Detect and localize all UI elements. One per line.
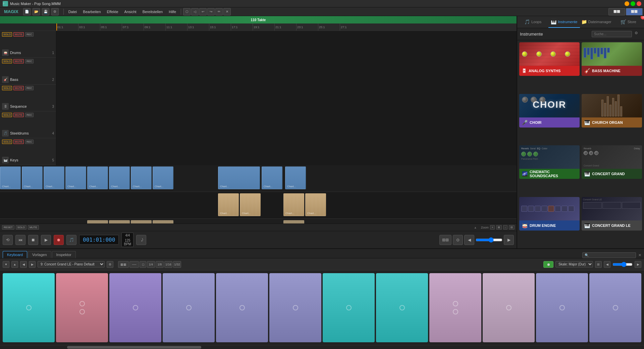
piano-grid-toggle[interactable]: ⊞	[595, 261, 602, 268]
keys-rec-button[interactable]: REC	[25, 140, 34, 144]
drums-clip-7[interactable]: Chart...	[131, 166, 152, 189]
instrument-card-choir[interactable]: CHOIR 🎤 CHOIR	[519, 94, 580, 128]
pad-quantize[interactable]: ◻	[140, 261, 146, 268]
menu-datei[interactable]: Datei	[66, 9, 80, 14]
seq-clip-2[interactable]: Chart ...	[109, 220, 130, 223]
play-button[interactable]: ▶	[41, 235, 51, 245]
toolbar-undo[interactable]: ↩	[199, 8, 207, 15]
instrument-card-church-organ[interactable]: 🎹 CHURCH ORGAN	[582, 94, 642, 128]
toolbar-view2[interactable]: ⬜⬜	[626, 8, 643, 15]
pad-12[interactable]	[589, 273, 641, 342]
steel-mute-button[interactable]: MUTE	[13, 113, 24, 117]
pad-4[interactable]	[163, 273, 215, 342]
toolbar-pencil[interactable]: ✏	[215, 8, 223, 15]
zoom-out-button[interactable]: ⊟	[509, 225, 515, 230]
tab-inspektor[interactable]: Inspektor	[52, 251, 76, 258]
seq-clip-5[interactable]: Chart ...	[283, 220, 304, 223]
vol-right[interactable]: ▶	[504, 235, 514, 245]
panel-tab-dateimanager[interactable]: 📁 Dateimanager	[580, 16, 613, 28]
drums-clip-11[interactable]: Chart...	[285, 166, 306, 189]
seq-clip-3[interactable]: Chart...	[131, 220, 152, 223]
panel-tab-store[interactable]: 🛒 Store 3	[613, 16, 644, 28]
tab-keyboard[interactable]: Keyboard	[3, 251, 27, 258]
pad-2[interactable]	[56, 273, 108, 342]
steel-solo-button[interactable]: SOLO	[2, 113, 12, 117]
zoom-fit-button[interactable]: ⊞	[496, 225, 502, 230]
zoom-minus-button[interactable]: -	[503, 225, 507, 230]
drums-clip-9[interactable]: Chart...	[218, 166, 260, 189]
drums-solo-button[interactable]: SOLO	[2, 32, 12, 37]
instrument-card-analog-synths[interactable]: 🎛 ANALOG SYNTHS	[519, 42, 580, 76]
pad-1-16[interactable]: 1/16	[164, 261, 172, 268]
bass-rec-button[interactable]: REC	[25, 59, 34, 63]
pad-1-4[interactable]: 1/4	[147, 261, 155, 268]
pad-10[interactable]	[483, 273, 535, 342]
tempo-tap-button[interactable]: 𝅘𝅥𝅮	[136, 235, 146, 245]
pad-8[interactable]	[376, 273, 428, 342]
save-button[interactable]: 💾	[42, 8, 49, 15]
toolbar-view1[interactable]: ⬜⬜	[608, 8, 625, 15]
bass-mute-button[interactable]: MUTE	[13, 59, 24, 63]
bass-solo-button[interactable]: SOLO	[2, 59, 12, 63]
toolbar-back[interactable]: ◁	[191, 8, 199, 15]
drums-mute-button[interactable]: MUTE	[13, 32, 24, 37]
piano-volume-slider[interactable]	[612, 262, 633, 267]
drums-clip-5[interactable]: Chart...	[87, 166, 108, 189]
piano-record-toggle[interactable]: ⏺	[543, 261, 553, 268]
drums-clip-1[interactable]: Chart...	[0, 166, 21, 189]
instrument-card-concert-grand-le[interactable]: Concert Grand LE 🎹 CONCERT GRAND LE	[582, 197, 642, 231]
minimize-button[interactable]	[625, 1, 629, 6]
piano-nav-down[interactable]: ▼	[3, 261, 9, 268]
pad-6[interactable]	[269, 273, 321, 342]
steel-rec-button[interactable]: REC	[25, 113, 34, 117]
seq-mute-button[interactable]: MUTE	[13, 86, 24, 90]
instrument-card-cinematic[interactable]: ReverbSend EQColor Panorama Pitch	[519, 145, 580, 179]
piano-next[interactable]: ▶	[29, 261, 36, 268]
metronome-button[interactable]: 🎵	[66, 235, 76, 245]
pad-1[interactable]	[3, 273, 55, 342]
piano-prev[interactable]: ◀	[20, 261, 27, 268]
seq-clip-1[interactable]: Chart ...	[87, 220, 108, 223]
piano-slider-right[interactable]: ▶	[635, 261, 641, 268]
piano-scrollbar[interactable]	[0, 345, 644, 349]
seq-clip-4[interactable]: Chart ...	[153, 220, 173, 223]
bottom-close-button[interactable]: ✕	[638, 253, 641, 257]
bass-clip-3[interactable]: Chart...	[283, 193, 304, 216]
pad-pattern-2[interactable]: ──	[129, 261, 139, 268]
pad-1-8[interactable]: 1/8	[156, 261, 164, 268]
instrument-card-drums-engine[interactable]: 🥁 DRUM ENGINE	[519, 197, 580, 231]
seq-rec-button[interactable]: REC	[25, 86, 34, 90]
new-button[interactable]: 📄	[23, 8, 31, 15]
piano-nav-up[interactable]: ▲	[11, 261, 18, 268]
menu-bereitstellen[interactable]: Bereitstellen	[140, 9, 166, 14]
menu-hilfe[interactable]: Hilfe	[166, 9, 179, 14]
bass-clip-4[interactable]: Chart...	[305, 193, 326, 216]
open-button[interactable]: 📂	[33, 8, 40, 15]
panel-tab-instrumente[interactable]: 🎹 Instrumente	[548, 16, 580, 28]
instrument-card-bass-machine[interactable]: 🎸 BASS MACHINE	[582, 42, 642, 76]
pad-3[interactable]	[109, 273, 161, 342]
instruments-search-input[interactable]	[592, 31, 632, 37]
toolbar-close2[interactable]: ✕	[223, 8, 231, 15]
drums-clip-3[interactable]: Chart...	[44, 166, 64, 189]
drums-clip-6[interactable]: Chart...	[109, 166, 130, 189]
pad-7[interactable]	[323, 273, 375, 342]
piano-slider-left[interactable]: ◀	[604, 261, 610, 268]
seq-solo-button[interactable]: SOLO	[2, 86, 12, 90]
keys-solo-button[interactable]: SOLO	[2, 140, 12, 144]
goto-start-button[interactable]: ⏮	[15, 235, 25, 245]
menu-effekte[interactable]: Effekte	[104, 9, 121, 14]
drums-clip-4[interactable]: Chart...	[65, 166, 86, 189]
piano-settings-btn[interactable]: ⚙	[107, 261, 113, 268]
menu-bearbeiten[interactable]: Bearbeiten	[80, 9, 103, 14]
maximize-button[interactable]	[631, 1, 635, 6]
record-button[interactable]: ⏺	[54, 235, 64, 245]
panel-gear-button[interactable]: ⚙	[635, 31, 641, 38]
instrument-card-concert-grand[interactable]: ReverbDelay Concert Grand 🎹 CO	[582, 145, 642, 179]
stop-button[interactable]: ⏹	[28, 235, 38, 245]
zoom-in-button[interactable]: +	[490, 225, 495, 230]
keys-mute-button[interactable]: MUTE	[13, 140, 24, 144]
close-button[interactable]	[637, 1, 641, 6]
bass-clip-1[interactable]: Chart...	[218, 193, 239, 216]
reset-button[interactable]: RESET	[2, 225, 14, 230]
